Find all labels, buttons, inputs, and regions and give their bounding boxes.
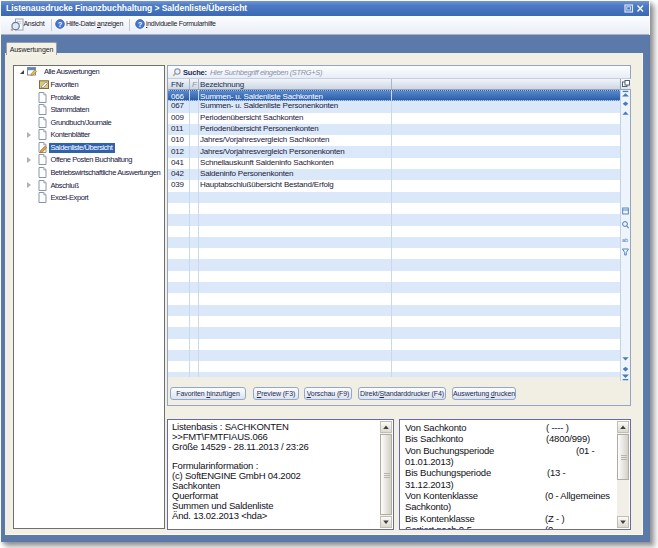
svg-text:?: ?	[58, 20, 63, 29]
svg-text:?: ?	[138, 20, 143, 29]
svg-text:ab: ab	[622, 237, 628, 243]
